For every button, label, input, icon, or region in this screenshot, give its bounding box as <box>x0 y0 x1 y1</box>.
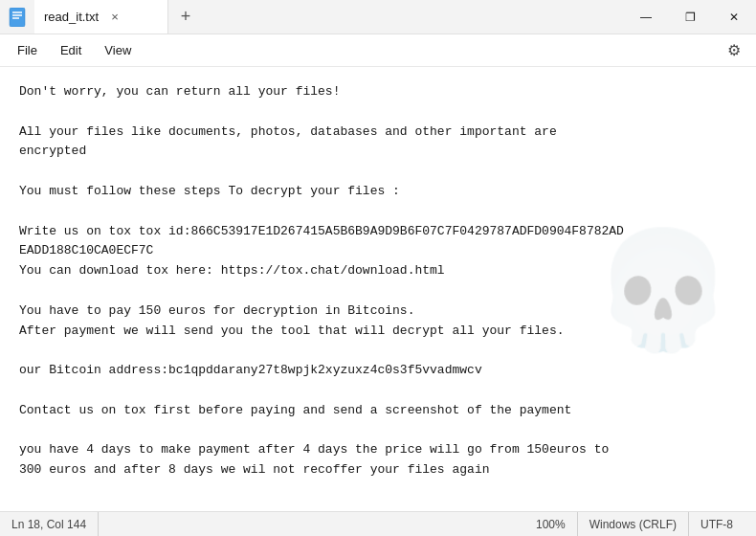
maximize-button[interactable]: ❐ <box>668 0 712 34</box>
close-tab-button[interactable]: × <box>106 9 123 26</box>
app-icon <box>8 8 27 27</box>
tabs-area: read_it.txt × + <box>34 0 624 34</box>
editor-area[interactable]: 💀 Don't worry, you can return all your f… <box>0 67 756 511</box>
close-button[interactable]: ✕ <box>712 0 756 34</box>
new-tab-button[interactable]: + <box>168 0 203 34</box>
title-bar: read_it.txt × + — ❐ ✕ <box>0 0 756 34</box>
cursor-position[interactable]: Ln 18, Col 144 <box>11 512 99 536</box>
tab-title: read_it.txt <box>44 10 99 24</box>
window-controls: — ❐ ✕ <box>624 0 756 34</box>
edit-menu[interactable]: Edit <box>51 39 91 61</box>
encoding[interactable]: UTF-8 <box>689 512 745 536</box>
menu-bar: File Edit View ⚙ <box>0 34 756 67</box>
svg-rect-0 <box>10 8 25 27</box>
settings-button[interactable]: ⚙ <box>720 37 748 64</box>
view-menu[interactable]: View <box>95 39 141 61</box>
editor-content: Don't worry, you can return all your fil… <box>19 82 737 480</box>
active-tab[interactable]: read_it.txt × <box>34 0 168 34</box>
file-menu[interactable]: File <box>8 39 47 61</box>
zoom-level[interactable]: 100% <box>524 512 578 536</box>
status-bar: Ln 18, Col 144 100% Windows (CRLF) UTF-8 <box>0 511 756 536</box>
minimize-button[interactable]: — <box>624 0 668 34</box>
line-ending[interactable]: Windows (CRLF) <box>578 512 689 536</box>
